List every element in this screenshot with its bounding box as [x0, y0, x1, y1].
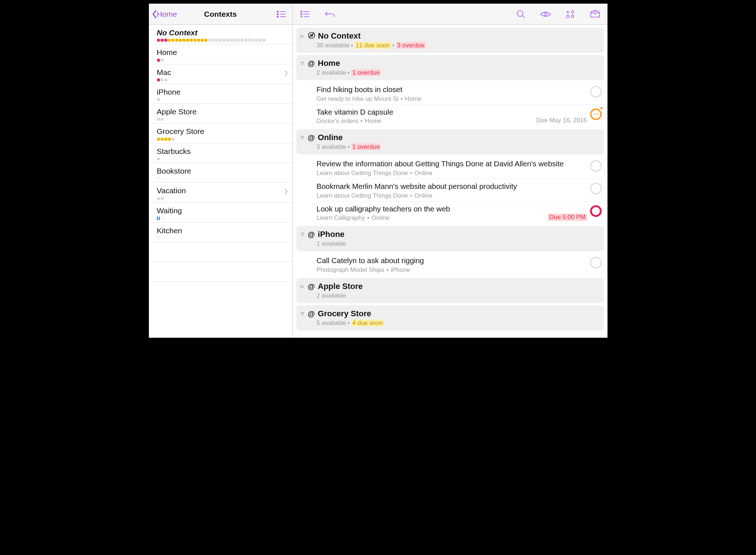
- group-title: Home: [318, 59, 340, 68]
- due-soon-badge: 4 due soon: [351, 320, 384, 326]
- undo-icon[interactable]: [322, 7, 337, 21]
- context-dots: [157, 237, 286, 240]
- task-row[interactable]: Take vitamin D capsuleDoctor's orders•Ho…: [296, 105, 604, 127]
- disclosure-triangle-icon[interactable]: ▽: [301, 135, 305, 140]
- at-icon: @: [308, 230, 315, 239]
- dot: [219, 39, 222, 42]
- context-dots: [157, 98, 286, 101]
- context-name: Kitchen: [157, 226, 286, 235]
- disclosure-triangle-icon[interactable]: ▷: [301, 284, 305, 289]
- dot: [262, 39, 266, 42]
- dot: [161, 39, 164, 42]
- task-due: Due 5:00 PM: [548, 214, 587, 221]
- group-summary: 2 available: [317, 292, 599, 300]
- context-name: Vacation: [157, 186, 286, 195]
- dot: [190, 39, 193, 42]
- task-title: Bookmark Merlin Mann's website about per…: [317, 181, 586, 191]
- sidebar-context-row[interactable]: Kitchen: [149, 223, 292, 242]
- context-dots: [157, 197, 286, 200]
- task-subtitle: Learn about Getting Things Done•Online: [317, 170, 586, 177]
- group-summary: 30 available•11 due soon•3 overdue: [317, 42, 599, 49]
- back-button[interactable]: Home: [149, 10, 181, 19]
- group-header[interactable]: ▷@Apple Store2 available: [296, 278, 604, 303]
- dot: [211, 39, 215, 42]
- context-name: Starbucks: [157, 146, 286, 156]
- sidebar-context-row[interactable]: Waiting: [149, 203, 292, 223]
- task-row[interactable]: Find hiking boots in closetGet ready to …: [296, 82, 604, 105]
- task-status-circle[interactable]: [590, 108, 602, 120]
- list-settings-icon[interactable]: [298, 7, 312, 21]
- task-status-circle[interactable]: [590, 205, 602, 217]
- svg-point-22: [571, 15, 574, 17]
- task-subtitle: Learn Calligraphy•Online: [317, 214, 544, 222]
- group-header[interactable]: ▽@iPhone1 available: [296, 226, 604, 251]
- dot: [182, 39, 186, 42]
- dot: [244, 39, 248, 42]
- disclosure-triangle-icon[interactable]: ▽: [301, 61, 305, 66]
- chevron-right-icon: [284, 70, 288, 78]
- sidebar-context-row[interactable]: iPhone: [149, 84, 292, 104]
- dot: [157, 138, 160, 141]
- context-dots: [157, 78, 286, 82]
- task-row[interactable]: Call Catelyn to ask about riggingPhotogr…: [296, 253, 604, 276]
- group-summary: 1 available: [317, 240, 599, 247]
- group-header[interactable]: ▽@Grocery Store5 available•4 due soon: [296, 305, 604, 330]
- dot: [237, 39, 240, 42]
- view-options-icon[interactable]: [538, 7, 553, 21]
- task-status-circle[interactable]: [590, 183, 602, 194]
- sidebar-context-row[interactable]: Vacation: [149, 183, 292, 202]
- disclosure-triangle-icon[interactable]: ▽: [301, 311, 305, 316]
- context-name: Waiting: [157, 206, 286, 215]
- task-subtitle: Doctor's orders•Home: [317, 118, 532, 125]
- task-row[interactable]: Review the information about Getting Thi…: [296, 156, 604, 179]
- search-icon[interactable]: [514, 7, 528, 21]
- dot: [222, 39, 226, 42]
- context-name: iPhone: [157, 87, 286, 97]
- context-dots: [157, 217, 286, 220]
- dot: [157, 78, 160, 82]
- dot: [157, 237, 160, 240]
- group-header[interactable]: ▽@Online3 available•1 overdue: [296, 129, 604, 154]
- task-title: Take vitamin D capsule: [317, 107, 532, 117]
- sidebar-context-row[interactable]: No Context: [149, 25, 292, 44]
- sidebar-list-settings-icon[interactable]: [274, 7, 289, 21]
- task-due: Due May 16, 2015: [537, 117, 587, 124]
- context-name: Home: [157, 47, 286, 57]
- task-status-circle[interactable]: [590, 160, 602, 172]
- task-status-circle[interactable]: [590, 86, 602, 98]
- dot: [161, 118, 164, 121]
- pause-icon: [157, 217, 161, 220]
- main-content: ▷No Context30 available•11 due soon•3 ov…: [293, 25, 607, 338]
- group-title: Grocery Store: [318, 309, 371, 318]
- disclosure-triangle-icon[interactable]: ▷: [301, 33, 305, 39]
- dot: [197, 39, 200, 42]
- context-name: Grocery Store: [157, 126, 286, 136]
- svg-point-15: [517, 11, 523, 16]
- svg-point-21: [566, 15, 569, 17]
- dot: [157, 59, 160, 62]
- disclosure-triangle-icon[interactable]: ▽: [301, 232, 305, 237]
- group-header[interactable]: ▽@Home2 available•1 overdue: [296, 55, 604, 80]
- task-row[interactable]: Look up calligraphy teachers on the webL…: [296, 202, 604, 224]
- context-dots: [157, 59, 286, 62]
- group-header[interactable]: ▷No Context30 available•11 due soon•3 ov…: [296, 28, 604, 53]
- group-summary: 2 available•1 overdue: [317, 69, 599, 76]
- sidebar-context-row[interactable]: Bookstore: [149, 163, 292, 183]
- task-status-circle[interactable]: [590, 257, 602, 269]
- dot: [233, 39, 237, 42]
- sidebar-context-row[interactable]: Home: [149, 44, 292, 64]
- dot: [201, 39, 204, 42]
- sidebar-context-row[interactable]: Apple Store: [149, 104, 292, 123]
- task-row[interactable]: Bookmark Merlin Mann's website about per…: [296, 179, 604, 202]
- dot: [164, 39, 167, 42]
- sidebar-context-row[interactable]: Mac: [149, 64, 292, 84]
- chevron-right-icon: [284, 189, 288, 197]
- sidebar-context-row[interactable]: Starbucks: [149, 143, 292, 163]
- svg-rect-1: [277, 11, 278, 12]
- dot: [252, 39, 255, 42]
- no-context-icon: [308, 32, 315, 41]
- svg-point-9: [301, 11, 302, 12]
- add-item-icon[interactable]: [563, 7, 578, 21]
- inbox-icon[interactable]: [588, 7, 602, 21]
- sidebar-context-row[interactable]: Grocery Store: [149, 123, 292, 143]
